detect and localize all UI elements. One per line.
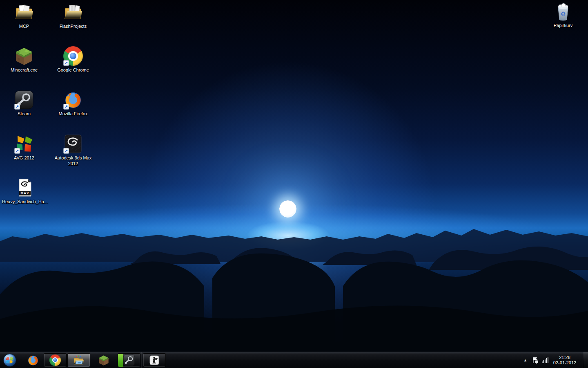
action-center-power-icon[interactable] xyxy=(532,357,539,364)
desktop-icon-mozilla-firefox[interactable]: ↗ Mozilla Firefox xyxy=(53,90,94,117)
taskbar-counter-strike-button[interactable] xyxy=(143,353,166,367)
taskbar-divider xyxy=(141,352,141,368)
counter-strike-icon xyxy=(149,355,160,366)
folder-icon xyxy=(63,2,83,22)
network-signal-icon[interactable] xyxy=(542,357,549,363)
minecraft-grass-block-icon xyxy=(98,355,109,366)
icon-label: FlashProjects xyxy=(60,23,87,29)
recycle-glyph: ♻ xyxy=(560,10,566,17)
desktop-icon-steam[interactable]: ↗ Steam xyxy=(4,90,45,117)
taskbar-minecraft-button[interactable] xyxy=(95,353,113,368)
taskbar-clock[interactable]: 21:28 02-01-2012 xyxy=(551,355,578,366)
steam-icon xyxy=(123,354,135,366)
desktop-icon-minecraft[interactable]: Minecraft.exe xyxy=(4,46,45,73)
clock-date: 02-01-2012 xyxy=(551,360,578,366)
steam-icon: ↗ xyxy=(14,90,34,110)
shortcut-arrow-icon: ↗ xyxy=(63,104,69,110)
desktop-icon-google-chrome[interactable]: ↗ Google Chrome xyxy=(53,46,94,73)
shortcut-arrow-icon: ↗ xyxy=(63,60,69,66)
shortcut-arrow-icon: ↗ xyxy=(63,148,69,154)
icon-label: Heavy_Sandvich_Ha... xyxy=(2,199,48,204)
download-progress-indicator xyxy=(118,354,123,367)
desktop-icon-flashprojects[interactable]: FlashProjects xyxy=(53,2,94,29)
desktop-icon-recycle-bin[interactable]: ♻ Papirkurv xyxy=(543,2,584,28)
shortcut-arrow-icon: ↗ xyxy=(14,104,20,110)
shortcut-arrow-icon: ↗ xyxy=(14,148,20,154)
show-desktop-button[interactable] xyxy=(583,352,588,368)
max-file-icon: MAX xyxy=(15,178,35,197)
icon-label: AVG 2012 xyxy=(14,155,34,161)
start-button[interactable] xyxy=(3,353,17,367)
icon-label: Autodesk 3ds Max 2012 xyxy=(53,155,94,166)
taskbar: ▲ 21:28 02-01-2012 xyxy=(0,352,588,368)
desktop-icon-mcp[interactable]: MCP xyxy=(4,2,45,29)
taskbar-firefox-button[interactable] xyxy=(24,353,42,368)
max-file-badge: MAX xyxy=(19,191,31,195)
folder-icon xyxy=(14,2,34,22)
taskbar-steam-button[interactable] xyxy=(118,353,140,367)
firefox-icon: ↗ xyxy=(63,90,83,110)
3ds-max-icon: ↗ xyxy=(63,134,83,154)
show-hidden-icons-button[interactable]: ▲ xyxy=(522,358,529,362)
chrome-icon: ↗ xyxy=(63,46,83,66)
desktop: MCP FlashProjects xyxy=(0,0,588,368)
icon-label: Steam xyxy=(18,111,31,117)
icon-label: Google Chrome xyxy=(57,67,89,73)
firefox-icon xyxy=(27,354,39,366)
desktop-icon-3ds-max[interactable]: ↗ Autodesk 3ds Max 2012 xyxy=(53,134,94,166)
recycle-bin-full-icon: ♻ xyxy=(553,2,573,21)
icon-label: Papirkurv xyxy=(554,22,572,28)
taskbar-chrome-button[interactable] xyxy=(44,353,67,367)
taskbar-explorer-button[interactable] xyxy=(67,353,90,367)
clock-time: 21:28 xyxy=(551,355,578,360)
icon-label: Minecraft.exe xyxy=(11,67,38,73)
icon-label: Mozilla Firefox xyxy=(59,111,88,117)
system-tray: ▲ 21:28 02-01-2012 xyxy=(522,352,588,368)
chrome-icon xyxy=(49,355,61,366)
minecraft-grass-block-icon xyxy=(14,46,34,66)
icon-label: MCP xyxy=(19,23,29,29)
avg-pinwheel-icon: ↗ xyxy=(14,134,34,154)
desktop-icon-heavy-sandvich[interactable]: MAX Heavy_Sandvich_Ha... xyxy=(4,178,45,204)
windows-explorer-icon xyxy=(73,355,85,366)
desktop-icon-avg-2012[interactable]: ↗ AVG 2012 xyxy=(4,134,45,161)
